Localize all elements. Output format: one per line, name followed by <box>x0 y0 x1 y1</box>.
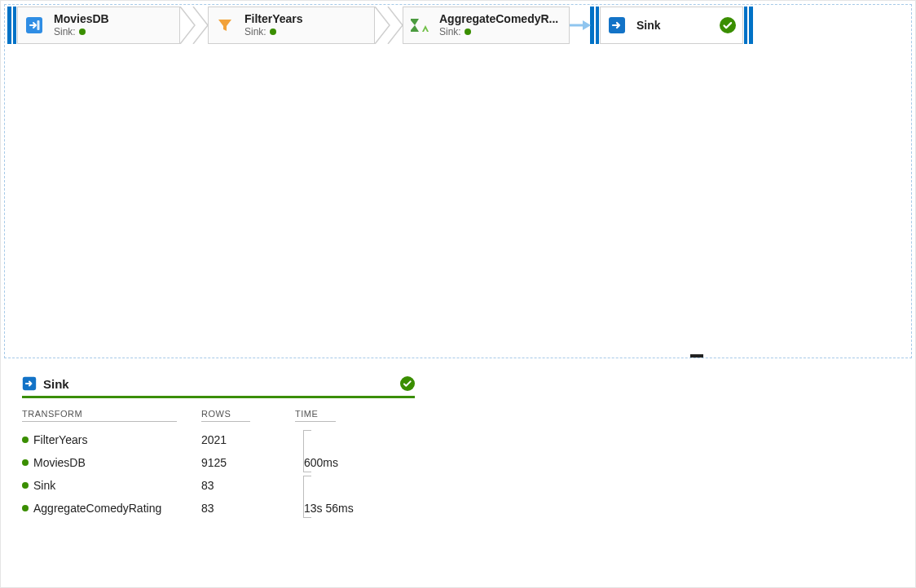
node-title: FilterYears <box>244 12 303 26</box>
status-dot-icon <box>22 482 29 489</box>
cell-time: 13s 56ms <box>291 502 405 515</box>
dataflow-canvas[interactable]: MoviesDB Sink: <box>4 4 912 358</box>
node-text: FilterYears Sink: <box>244 12 303 37</box>
node-text: MoviesDB Sink: <box>54 12 109 37</box>
drag-handle[interactable] <box>13 7 16 44</box>
cell-transform: FilterYears <box>33 433 87 446</box>
table-row[interactable]: FilterYears 2021 <box>22 428 415 451</box>
cell-rows: 9125 <box>201 456 291 469</box>
connector-chevron-icon <box>178 7 209 44</box>
drag-handle[interactable] <box>744 7 747 44</box>
svg-rect-1 <box>37 20 40 30</box>
panel-resize-grip-icon[interactable] <box>690 354 703 358</box>
status-dot-icon <box>270 29 276 35</box>
node-subline: Sink: <box>439 26 558 37</box>
col-header-time: TIME <box>295 406 336 422</box>
status-dot-icon <box>79 29 86 35</box>
cell-rows: 83 <box>201 502 291 515</box>
node-aggregatecomedyrating[interactable]: AggregateComedyR... Sink: <box>403 7 570 44</box>
status-dot-icon <box>22 505 29 511</box>
status-dot-icon <box>22 437 29 443</box>
success-check-icon <box>720 17 736 33</box>
panel-header: Sink <box>22 376 415 398</box>
sink-label: Sink: <box>244 26 266 37</box>
panel-title: Sink <box>43 377 69 391</box>
node-sink[interactable]: Sink <box>600 7 743 44</box>
node-title: Sink <box>636 19 661 32</box>
sink-icon <box>22 376 37 391</box>
table-body: FilterYears 2021 MoviesDB 9125 600ms Sin… <box>22 428 415 520</box>
flow-row: MoviesDB Sink: <box>5 5 911 47</box>
cell-transform: AggregateComedyRating <box>33 502 161 515</box>
connector-chevron-icon <box>373 7 404 44</box>
svg-marker-3 <box>583 20 591 30</box>
col-header-rows: ROWS <box>201 406 250 422</box>
node-title: MoviesDB <box>54 12 109 26</box>
sink-label: Sink: <box>54 26 76 37</box>
details-panel: Sink TRANSFORM ROWS TIME FilterYea <box>1 358 915 520</box>
drag-handle[interactable] <box>749 7 753 44</box>
filter-icon <box>214 14 236 37</box>
source-icon <box>23 14 46 37</box>
cell-rows: 83 <box>201 479 291 492</box>
cell-time: 600ms <box>291 456 405 469</box>
table-header: TRANSFORM ROWS TIME <box>22 406 415 422</box>
cell-rows: 2021 <box>201 433 291 446</box>
cell-transform: Sink <box>33 479 55 492</box>
aggregate-icon <box>408 14 431 37</box>
drag-handle[interactable] <box>596 7 599 44</box>
connector-arrow-icon <box>568 7 591 44</box>
panel-card: Sink TRANSFORM ROWS TIME FilterYea <box>22 376 415 520</box>
node-wrap-source: MoviesDB Sink: <box>7 7 180 44</box>
status-dot-icon <box>22 459 29 466</box>
node-moviesdb[interactable]: MoviesDB Sink: <box>17 7 180 44</box>
table-row[interactable]: Sink 83 <box>22 474 415 497</box>
success-check-icon <box>400 376 415 391</box>
node-wrap-sink: Sink <box>589 7 754 44</box>
node-subline: Sink: <box>244 26 303 37</box>
sink-icon <box>606 14 628 37</box>
col-header-transform: TRANSFORM <box>22 406 177 422</box>
node-text: AggregateComedyR... Sink: <box>439 12 558 37</box>
status-dot-icon <box>465 29 471 35</box>
app-frame: MoviesDB Sink: <box>0 0 916 588</box>
table-row[interactable]: AggregateComedyRating 83 13s 56ms <box>22 497 415 520</box>
node-filteryears[interactable]: FilterYears Sink: <box>208 7 375 44</box>
node-title: AggregateComedyR... <box>439 12 558 26</box>
sink-label: Sink: <box>439 26 461 37</box>
cell-transform: MoviesDB <box>33 456 86 469</box>
drag-handle[interactable] <box>7 7 11 44</box>
node-subline: Sink: <box>54 26 109 37</box>
table-row[interactable]: MoviesDB 9125 600ms <box>22 451 415 474</box>
